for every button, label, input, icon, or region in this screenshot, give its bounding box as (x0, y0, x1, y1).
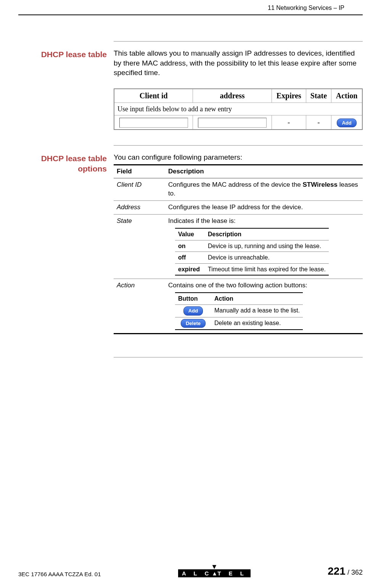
lease-input-row: - - Add (114, 115, 362, 130)
state-cell: - (306, 115, 331, 130)
lease-hint-row: Use input fields below to add a new entr… (114, 103, 362, 115)
page-number: 221 / 362 (328, 565, 363, 577)
row-client-id: Client ID Configures the MAC address of … (114, 178, 363, 201)
field-desc: Indicates if the lease is: Value Descrip… (165, 215, 363, 279)
chapter-header: 11 Networking Services – IP (18, 0, 363, 15)
doc-reference: 3EC 17766 AAAA TCZZA Ed. 01 (18, 571, 101, 577)
expires-cell: - (272, 115, 306, 130)
section-body: You can configure following parameters: … (114, 152, 363, 334)
state-row-on: on Device is up, running and using the l… (175, 240, 329, 252)
options-table: Field Description Client ID Configures t… (114, 164, 363, 334)
field-desc: Configures the MAC address of the device… (165, 178, 363, 201)
lease-table: Client id address Expires State Action U… (114, 88, 363, 130)
head-description: Description (165, 165, 363, 178)
col-state: State (306, 89, 331, 103)
state-row-expired: expired Timeout time limit has expired f… (175, 263, 329, 275)
add-button[interactable]: Add (337, 119, 356, 128)
section-body: This table allows you to manually assign… (114, 48, 363, 130)
logo-text: A L C▲T E L (178, 569, 251, 577)
field-label: Action (114, 279, 165, 334)
brand-logo: ▼ A L C▲T E L (178, 564, 251, 577)
rule (114, 145, 363, 146)
col-client-id: Client id (114, 89, 193, 103)
head-field: Field (114, 165, 165, 178)
options-header-row: Field Description (114, 165, 363, 178)
action-row-delete: Delete Delete an existing lease. (175, 317, 303, 330)
options-intro: You can configure following parameters: (114, 152, 363, 162)
logo-triangle-icon: ▼ (178, 564, 251, 569)
delete-button-icon: Delete (181, 319, 206, 328)
client-id-input[interactable] (119, 118, 188, 128)
page-footer: 3EC 17766 AAAA TCZZA Ed. 01 ▼ A L C▲T E … (18, 564, 363, 577)
address-input[interactable] (198, 118, 267, 128)
rule (114, 357, 363, 357)
action-row-add: Add Manually add a lease to the list. (175, 304, 303, 317)
section-dhcp-lease-table: DHCP lease table This table allows you t… (18, 48, 363, 130)
state-row-off: off Device is unreachable. (175, 252, 329, 264)
action-sub-table: Button Action Add Manually add a lease t… (175, 292, 303, 330)
col-expires: Expires (272, 89, 306, 103)
rule (114, 41, 363, 42)
col-action: Action (331, 89, 362, 103)
field-label: State (114, 215, 165, 279)
section-heading: DHCP lease table (18, 48, 107, 130)
section-heading: DHCP lease table options (18, 152, 107, 334)
field-label: Client ID (114, 178, 165, 201)
section-dhcp-lease-table-options: DHCP lease table options You can configu… (18, 152, 363, 334)
sub-head-button: Button (175, 293, 211, 304)
state-sub-table: Value Description on Device is up, runni… (175, 228, 329, 276)
sub-head-action: Action (211, 293, 303, 304)
row-action: Action Contains one of the two following… (114, 279, 363, 334)
lease-table-header-row: Client id address Expires State Action (114, 89, 362, 103)
field-desc: Contains one of the two following action… (165, 279, 363, 334)
row-state: State Indicates if the lease is: Value D… (114, 215, 363, 279)
sub-head-value: Value (175, 228, 205, 240)
hint-text: Use input fields below to add a new entr… (114, 103, 362, 115)
intro-text: This table allows you to manually assign… (114, 48, 363, 78)
field-label: Address (114, 201, 165, 215)
col-address: address (193, 89, 272, 103)
row-address: Address Configures the lease IP address … (114, 201, 363, 215)
field-desc: Configures the lease IP address for the … (165, 201, 363, 215)
content-area: DHCP lease table This table allows you t… (0, 15, 381, 357)
sub-head-desc: Description (205, 228, 329, 240)
add-button-icon: Add (183, 306, 203, 316)
